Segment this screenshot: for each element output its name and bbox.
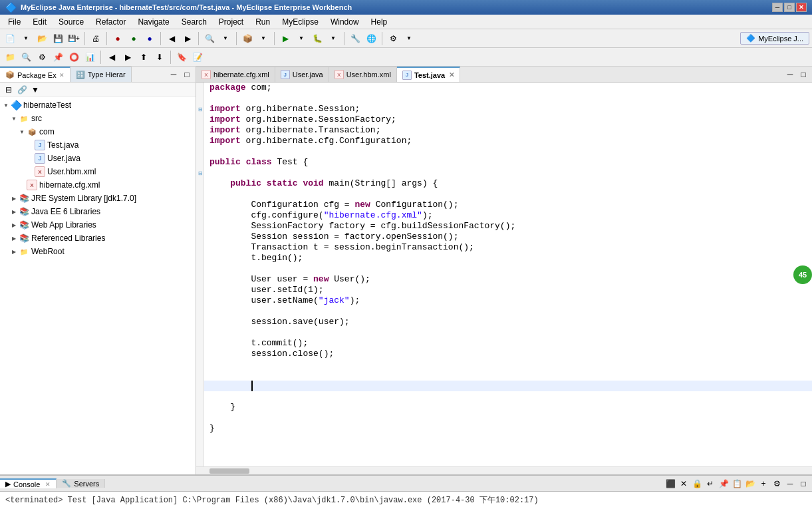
editor-maximize[interactable]: □ <box>797 69 809 81</box>
bottom-console-content[interactable]: <terminated> Test [Java Application] C:\… <box>0 492 812 511</box>
code-line-3[interactable]: import org.hibernate.Session; <box>204 104 812 114</box>
code-line-13[interactable]: cfg.configure("hibernate.cfg.xml"); <box>204 210 812 221</box>
search-btn[interactable]: 🔍 <box>202 31 217 46</box>
toolbar2-btn1[interactable]: 📁 <box>3 50 17 65</box>
code-line-11[interactable] <box>204 189 812 200</box>
code-line-14[interactable]: SessionFactory factory = cfg.buildSessio… <box>204 221 812 232</box>
tab-type-hierarchy[interactable]: 🔠 Type Hierar <box>70 67 132 82</box>
toolbar2-btn10[interactable]: ⬇ <box>152 50 167 65</box>
code-line-31[interactable]: } <box>204 402 812 413</box>
code-line-21[interactable]: user.setName("jack"); <box>204 295 812 306</box>
deploy-btn[interactable]: 📦 <box>240 31 255 46</box>
menu-project[interactable]: Project <box>213 16 249 28</box>
code-line-29[interactable] <box>204 381 812 391</box>
tree-item-user-hbm[interactable]: X User.hbm.xml <box>0 165 196 178</box>
toolbar2-btn7[interactable]: ◀ <box>104 50 119 65</box>
console-minimize[interactable]: ─ <box>784 478 796 490</box>
code-line-23[interactable]: session.save(user); <box>204 317 812 327</box>
maximize-button[interactable]: □ <box>784 3 795 12</box>
menu-refactor[interactable]: Refactor <box>90 16 131 28</box>
code-line-9[interactable] <box>204 168 812 178</box>
tree-item-webroot[interactable]: ▶ 📁 WebRoot <box>0 245 196 258</box>
package-explorer-close[interactable]: ✕ <box>59 72 65 79</box>
tree-item-test-java[interactable]: J Test.java <box>0 138 196 152</box>
code-line-25[interactable]: t.commit(); <box>204 338 812 349</box>
code-line-22[interactable] <box>204 306 812 317</box>
toolbar2-btn3[interactable]: ⚙ <box>35 50 49 65</box>
toolbar2-btn4[interactable]: 📌 <box>51 50 65 65</box>
code-line-6[interactable]: import org.hibernate.cfg.Configuration; <box>204 136 812 146</box>
console-stop-btn[interactable]: ⬛ <box>664 478 676 490</box>
open-button[interactable]: 📂 <box>35 31 49 46</box>
minimize-button[interactable]: ─ <box>772 3 783 12</box>
code-editor[interactable]: ⊟ ⊟ <box>196 83 812 466</box>
tree-item-webapp-libs[interactable]: ▶ 📚 Web App Libraries <box>0 218 196 232</box>
tree-item-user-java[interactable]: J User.java <box>0 152 196 165</box>
debug-dropdown[interactable]: ▼ <box>326 31 340 46</box>
editor-minimize[interactable]: ─ <box>784 69 796 81</box>
menu-myeclipse[interactable]: MyEclipse <box>277 16 324 28</box>
code-line-19[interactable]: User user = new User(); <box>204 274 812 285</box>
tree-item-com[interactable]: ▼ 📦 com <box>0 125 196 138</box>
debug-btn[interactable]: 🐛 <box>310 31 325 46</box>
tab-hibernate-cfg[interactable]: X hibernate.cfg.xml <box>196 67 275 82</box>
console-pin[interactable]: 📌 <box>718 478 730 490</box>
tree-item-hibernate-cfg[interactable]: X hibernate.cfg.xml <box>0 178 196 192</box>
console-copy[interactable]: 📋 <box>731 478 743 490</box>
menu-navigate[interactable]: Navigate <box>132 16 174 28</box>
deploy-dropdown[interactable]: ▼ <box>256 31 271 46</box>
toolbar2-btn9[interactable]: ⬆ <box>136 50 151 65</box>
console-close[interactable]: ✕ <box>45 481 51 488</box>
menu-help[interactable]: Help <box>366 16 393 28</box>
tab-user-hbm[interactable]: X User.hbm.xml <box>329 67 397 82</box>
back-button[interactable]: ◀ <box>164 31 179 46</box>
code-line-7[interactable] <box>204 146 812 157</box>
code-line-26[interactable]: session.close(); <box>204 349 812 359</box>
gutter-collapse1[interactable]: ⊟ <box>196 104 204 114</box>
code-line-20[interactable]: user.setId(1); <box>204 285 812 295</box>
tab-close-test[interactable]: ✕ <box>449 71 454 79</box>
collapse-all-btn[interactable]: ⊟ <box>3 84 15 96</box>
save-button[interactable]: 💾 <box>51 31 65 46</box>
code-line-1[interactable]: package com; <box>204 83 812 93</box>
titlebar-controls[interactable]: ─ □ ✕ <box>772 3 807 12</box>
publish-button[interactable]: ● <box>110 31 125 46</box>
code-line-10[interactable]: public static void main(String[] args) { <box>204 178 812 189</box>
tree-item-jre[interactable]: ▶ 📚 JRE System Library [jdk1.7.0] <box>0 192 196 205</box>
code-line-2[interactable] <box>204 93 812 104</box>
console-word-wrap[interactable]: ↵ <box>704 478 716 490</box>
publish-btn2[interactable]: ● <box>126 31 141 46</box>
console-new-console[interactable]: + <box>757 478 769 490</box>
print-button[interactable]: 🖨 <box>88 31 103 46</box>
close-button[interactable]: ✕ <box>796 3 807 12</box>
run-btn[interactable]: ▶ <box>278 31 293 46</box>
console-clear-btn[interactable]: ✕ <box>678 478 690 490</box>
code-line-17[interactable]: t.begin(); <box>204 253 812 263</box>
code-line-33[interactable]: } <box>204 423 812 434</box>
sidebar-maximize[interactable]: □ <box>181 69 193 81</box>
menu-file[interactable]: File <box>3 16 26 28</box>
sidebar-minimize[interactable]: ─ <box>168 69 180 81</box>
menu-search[interactable]: Search <box>176 16 212 28</box>
code-line-28[interactable] <box>204 370 812 381</box>
ext-btn1[interactable]: 🔧 <box>348 31 362 46</box>
scroll-badge[interactable]: 45 <box>793 265 812 284</box>
toolbar2-btn5[interactable]: ⭕ <box>67 50 81 65</box>
myeclipse-btn[interactable]: 🔷 MyEclipse J... <box>740 32 809 45</box>
h-scrollbar-thumb[interactable] <box>209 468 249 474</box>
code-line-8[interactable]: public class Test { <box>204 157 812 168</box>
misc-dropdown[interactable]: ▼ <box>402 31 416 46</box>
menu-window[interactable]: Window <box>325 16 364 28</box>
menu-source[interactable]: Source <box>53 16 89 28</box>
code-line-24[interactable] <box>204 327 812 338</box>
console-scroll-lock[interactable]: 🔒 <box>691 478 703 490</box>
toolbar2-btn12[interactable]: 📝 <box>190 50 205 65</box>
console-maximize[interactable]: □ <box>797 478 809 490</box>
save-all-button[interactable]: 💾+ <box>67 31 81 46</box>
tab-console[interactable]: ▶ Console ✕ <box>0 478 57 488</box>
tree-item-ref-libs[interactable]: ▶ 📚 Referenced Libraries <box>0 232 196 245</box>
tab-user-java[interactable]: J User.java <box>275 67 329 82</box>
code-line-18[interactable] <box>204 263 812 274</box>
publish-btn3[interactable]: ● <box>142 31 157 46</box>
code-line-12[interactable]: Configuration cfg = new Configuration(); <box>204 200 812 210</box>
